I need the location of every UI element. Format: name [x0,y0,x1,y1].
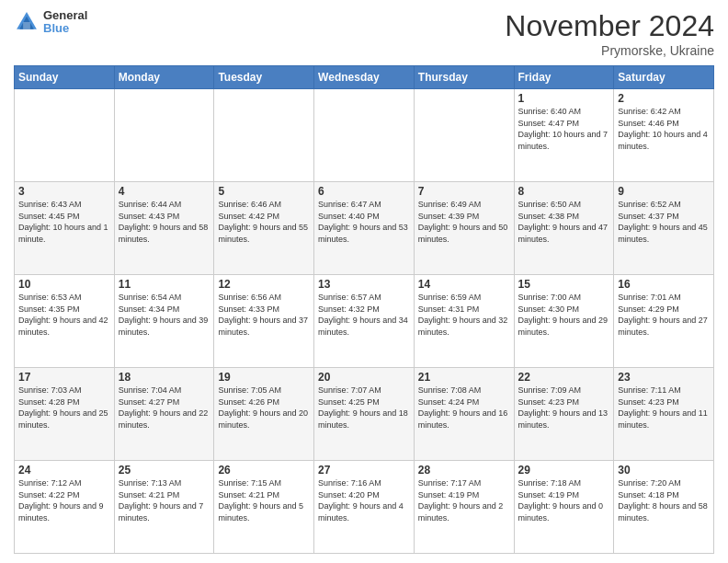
logo-icon [14,9,40,35]
calendar-day-cell: 6Sunrise: 6:47 AM Sunset: 4:40 PM Daylig… [314,182,415,275]
calendar-day-cell: 22Sunrise: 7:09 AM Sunset: 4:23 PM Dayli… [514,368,614,461]
calendar-day-cell: 30Sunrise: 7:20 AM Sunset: 4:18 PM Dayli… [614,461,714,554]
day-number: 11 [119,278,210,291]
day-info: Sunrise: 6:54 AM Sunset: 4:34 PM Dayligh… [119,292,210,338]
day-number: 21 [418,371,510,384]
day-number: 25 [119,464,210,477]
calendar-day-cell: 8Sunrise: 6:50 AM Sunset: 4:38 PM Daylig… [514,182,614,275]
calendar-week-row: 17Sunrise: 7:03 AM Sunset: 4:28 PM Dayli… [15,368,714,461]
calendar-day-cell: 14Sunrise: 6:59 AM Sunset: 4:31 PM Dayli… [414,275,514,368]
day-number: 4 [119,185,210,198]
page: General Blue November 2024 Prymorske, Uk… [0,0,728,563]
title-section: November 2024 Prymorske, Ukraine [505,9,714,58]
calendar-day-cell: 24Sunrise: 7:12 AM Sunset: 4:22 PM Dayli… [15,461,115,554]
day-number: 30 [618,464,710,477]
day-number: 16 [618,278,710,291]
day-number: 28 [418,464,510,477]
day-info: Sunrise: 6:47 AM Sunset: 4:40 PM Dayligh… [318,199,410,245]
day-info: Sunrise: 7:00 AM Sunset: 4:30 PM Dayligh… [518,292,610,338]
weekday-header: Tuesday [214,66,314,89]
day-info: Sunrise: 6:59 AM Sunset: 4:31 PM Dayligh… [418,292,510,338]
calendar-header: SundayMondayTuesdayWednesdayThursdayFrid… [15,66,714,89]
day-info: Sunrise: 6:53 AM Sunset: 4:35 PM Dayligh… [18,292,110,338]
day-number: 15 [518,278,610,291]
calendar-day-cell: 10Sunrise: 6:53 AM Sunset: 4:35 PM Dayli… [15,275,115,368]
calendar-day-cell: 16Sunrise: 7:01 AM Sunset: 4:29 PM Dayli… [614,275,714,368]
day-number: 5 [218,185,310,198]
day-info: Sunrise: 7:05 AM Sunset: 4:26 PM Dayligh… [218,385,310,431]
day-number: 20 [318,371,410,384]
day-info: Sunrise: 6:46 AM Sunset: 4:42 PM Dayligh… [218,199,310,245]
calendar-day-cell: 17Sunrise: 7:03 AM Sunset: 4:28 PM Dayli… [15,368,115,461]
calendar-day-cell [114,89,214,182]
day-info: Sunrise: 6:40 AM Sunset: 4:47 PM Dayligh… [518,106,610,152]
svg-rect-2 [23,22,30,29]
calendar-day-cell: 20Sunrise: 7:07 AM Sunset: 4:25 PM Dayli… [314,368,415,461]
calendar-day-cell [214,89,314,182]
calendar-day-cell [15,89,115,182]
weekday-header: Sunday [15,66,115,89]
calendar-day-cell: 18Sunrise: 7:04 AM Sunset: 4:27 PM Dayli… [114,368,214,461]
day-number: 27 [318,464,410,477]
day-number: 17 [18,371,110,384]
calendar-day-cell: 12Sunrise: 6:56 AM Sunset: 4:33 PM Dayli… [214,275,314,368]
day-info: Sunrise: 7:04 AM Sunset: 4:27 PM Dayligh… [119,385,210,431]
calendar-day-cell [414,89,514,182]
calendar-week-row: 10Sunrise: 6:53 AM Sunset: 4:35 PM Dayli… [15,275,714,368]
weekday-header: Thursday [414,66,514,89]
day-info: Sunrise: 7:07 AM Sunset: 4:25 PM Dayligh… [318,385,410,431]
calendar-day-cell: 21Sunrise: 7:08 AM Sunset: 4:24 PM Dayli… [414,368,514,461]
day-number: 8 [518,185,610,198]
day-info: Sunrise: 7:15 AM Sunset: 4:21 PM Dayligh… [218,477,310,523]
calendar-week-row: 3Sunrise: 6:43 AM Sunset: 4:45 PM Daylig… [15,182,714,275]
day-info: Sunrise: 7:20 AM Sunset: 4:18 PM Dayligh… [618,477,710,523]
day-number: 29 [518,464,610,477]
weekday-row: SundayMondayTuesdayWednesdayThursdayFrid… [15,66,714,89]
day-number: 7 [418,185,510,198]
day-info: Sunrise: 7:18 AM Sunset: 4:19 PM Dayligh… [518,477,610,523]
day-number: 10 [18,278,110,291]
day-number: 2 [618,92,710,105]
day-info: Sunrise: 7:08 AM Sunset: 4:24 PM Dayligh… [418,385,510,431]
calendar-day-cell: 3Sunrise: 6:43 AM Sunset: 4:45 PM Daylig… [15,182,115,275]
calendar-day-cell: 27Sunrise: 7:16 AM Sunset: 4:20 PM Dayli… [314,461,415,554]
day-info: Sunrise: 7:17 AM Sunset: 4:19 PM Dayligh… [418,477,510,523]
calendar: SundayMondayTuesdayWednesdayThursdayFrid… [14,65,714,554]
day-number: 6 [318,185,410,198]
day-info: Sunrise: 6:57 AM Sunset: 4:32 PM Dayligh… [318,292,410,338]
calendar-week-row: 24Sunrise: 7:12 AM Sunset: 4:22 PM Dayli… [15,461,714,554]
day-info: Sunrise: 6:56 AM Sunset: 4:33 PM Dayligh… [218,292,310,338]
day-number: 23 [618,371,710,384]
location: Prymorske, Ukraine [505,43,714,58]
day-info: Sunrise: 6:42 AM Sunset: 4:46 PM Dayligh… [618,106,710,152]
calendar-day-cell: 9Sunrise: 6:52 AM Sunset: 4:37 PM Daylig… [614,182,714,275]
day-number: 12 [218,278,310,291]
logo-general: General [43,9,87,22]
calendar-day-cell: 29Sunrise: 7:18 AM Sunset: 4:19 PM Dayli… [514,461,614,554]
day-number: 19 [218,371,310,384]
calendar-day-cell: 5Sunrise: 6:46 AM Sunset: 4:42 PM Daylig… [214,182,314,275]
day-info: Sunrise: 7:13 AM Sunset: 4:21 PM Dayligh… [119,477,210,523]
calendar-day-cell: 23Sunrise: 7:11 AM Sunset: 4:23 PM Dayli… [614,368,714,461]
calendar-day-cell: 19Sunrise: 7:05 AM Sunset: 4:26 PM Dayli… [214,368,314,461]
day-info: Sunrise: 6:44 AM Sunset: 4:43 PM Dayligh… [119,199,210,245]
day-info: Sunrise: 7:09 AM Sunset: 4:23 PM Dayligh… [518,385,610,431]
day-number: 22 [518,371,610,384]
calendar-day-cell: 28Sunrise: 7:17 AM Sunset: 4:19 PM Dayli… [414,461,514,554]
calendar-day-cell: 1Sunrise: 6:40 AM Sunset: 4:47 PM Daylig… [514,89,614,182]
weekday-header: Saturday [614,66,714,89]
day-number: 18 [119,371,210,384]
day-info: Sunrise: 7:01 AM Sunset: 4:29 PM Dayligh… [618,292,710,338]
day-info: Sunrise: 6:50 AM Sunset: 4:38 PM Dayligh… [518,199,610,245]
logo: General Blue [14,9,87,36]
day-info: Sunrise: 7:03 AM Sunset: 4:28 PM Dayligh… [18,385,110,431]
calendar-day-cell: 25Sunrise: 7:13 AM Sunset: 4:21 PM Dayli… [114,461,214,554]
weekday-header: Monday [114,66,214,89]
calendar-day-cell [314,89,415,182]
day-info: Sunrise: 6:49 AM Sunset: 4:39 PM Dayligh… [418,199,510,245]
weekday-header: Wednesday [314,66,415,89]
month-title: November 2024 [505,9,714,43]
calendar-day-cell: 15Sunrise: 7:00 AM Sunset: 4:30 PM Dayli… [514,275,614,368]
header: General Blue November 2024 Prymorske, Uk… [14,9,714,58]
calendar-day-cell: 2Sunrise: 6:42 AM Sunset: 4:46 PM Daylig… [614,89,714,182]
